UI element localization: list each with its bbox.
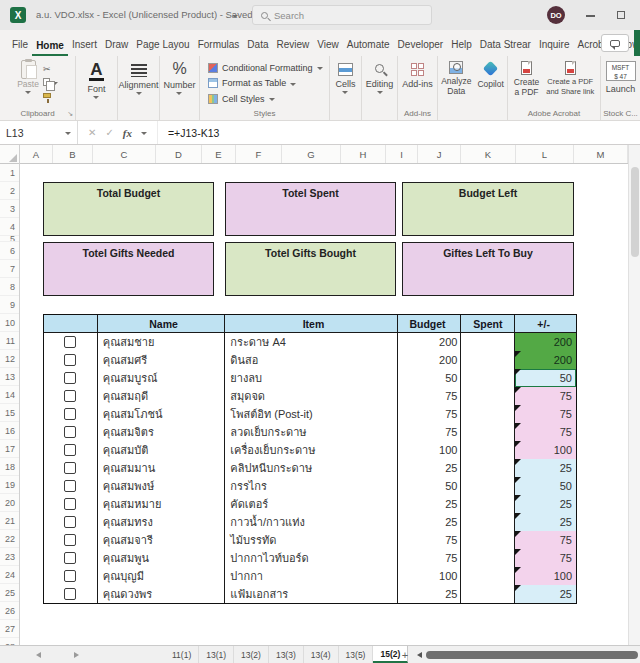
spent-cell[interactable] [461, 585, 515, 603]
select-all-corner[interactable] [0, 145, 20, 164]
column-header-K[interactable]: K [461, 145, 516, 163]
checkbox[interactable] [64, 552, 76, 564]
column-header-J[interactable]: J [418, 145, 461, 163]
menu-tab-automate[interactable]: Automate [343, 39, 394, 56]
column-header-M[interactable]: M [574, 145, 628, 163]
item-cell[interactable]: ยางลบ [225, 369, 397, 387]
summary-box-giftes-left-to-buy[interactable]: Giftes Left To Buy [402, 242, 574, 296]
name-cell[interactable]: คุณสมจารี [98, 531, 226, 549]
item-cell[interactable]: ลวดเย็บกระดาษ [225, 423, 397, 441]
summary-box-totel-spent[interactable]: Totel Spent [225, 182, 396, 236]
menu-tab-inquire[interactable]: Inquire [535, 39, 574, 56]
spent-cell[interactable] [461, 369, 515, 387]
item-cell[interactable]: เครื่องเย็บกระดาษ [225, 441, 397, 459]
column-header-C[interactable]: C [93, 145, 156, 163]
spent-cell[interactable] [461, 495, 515, 513]
name-box[interactable]: L13 [0, 121, 78, 144]
formula-input[interactable]: =+J13-K13 [158, 127, 219, 139]
checkbox[interactable] [64, 408, 76, 420]
name-cell[interactable]: คุณสมโภชน์ [98, 405, 226, 423]
cell-styles-button[interactable]: Cell Styles [208, 92, 323, 105]
spent-cell[interactable] [461, 351, 515, 369]
item-cell[interactable]: ไม้บรรทัด [225, 531, 397, 549]
search-input[interactable]: Search [252, 5, 432, 25]
name-cell[interactable]: คุณสมหมาย [98, 495, 226, 513]
budget-cell[interactable]: 75 [398, 405, 462, 423]
menu-tab-page-layou[interactable]: Page Layou [132, 39, 193, 56]
name-cell[interactable]: คุณดวงพร [98, 585, 226, 603]
item-cell[interactable]: ปากกา [225, 567, 397, 585]
checkbox[interactable] [64, 498, 76, 510]
checkbox[interactable] [64, 516, 76, 528]
table-header-+/-[interactable]: +/- [515, 315, 576, 333]
spent-cell[interactable] [461, 531, 515, 549]
clipboard-dialog-launcher[interactable]: ↘ [67, 108, 73, 119]
name-cell[interactable]: คุณสมมาน [98, 459, 226, 477]
column-header-G[interactable]: G [282, 145, 341, 163]
name-cell[interactable]: คุณสมฤดี [98, 387, 226, 405]
menu-tab-developer[interactable]: Developer [394, 39, 448, 56]
checkbox[interactable] [64, 372, 76, 384]
menu-tab-home[interactable]: Home [32, 40, 68, 57]
spent-cell[interactable] [461, 387, 515, 405]
avatar[interactable]: DO [547, 6, 565, 24]
checkbox[interactable] [64, 336, 76, 348]
column-header-B[interactable]: B [53, 145, 93, 163]
spent-cell[interactable] [461, 333, 515, 351]
diff-cell[interactable]: 25 [515, 513, 576, 531]
sheet-tab-134[interactable]: 13(4) [304, 646, 339, 663]
column-header-E[interactable]: E [202, 145, 236, 163]
budget-cell[interactable]: 75 [398, 531, 462, 549]
spent-cell[interactable] [461, 423, 515, 441]
diff-cell[interactable]: 75 [515, 549, 576, 567]
new-sheet-button[interactable]: + [398, 648, 412, 662]
table-header-Item[interactable]: Item [225, 315, 397, 333]
budget-cell[interactable]: 50 [398, 477, 462, 495]
copy-button[interactable] [43, 77, 58, 87]
spent-cell[interactable] [461, 441, 515, 459]
sheet-tab-135[interactable]: 13(5) [339, 646, 374, 663]
hscroll-left-arrow-icon[interactable] [417, 652, 422, 658]
summary-box-budget-left[interactable]: Budget Left [402, 182, 574, 236]
budget-cell[interactable]: 200 [398, 333, 462, 351]
spent-cell[interactable] [461, 567, 515, 585]
format-as-table-button[interactable]: Format as Table [208, 77, 323, 90]
spent-cell[interactable] [461, 477, 515, 495]
budget-cell[interactable]: 75 [398, 387, 462, 405]
item-cell[interactable]: ปากกาไวท์บอร์ด [225, 549, 397, 567]
budget-cell[interactable]: 100 [398, 567, 462, 585]
diff-cell[interactable]: 75 [515, 387, 576, 405]
checkbox[interactable] [64, 570, 76, 582]
table-header-checkbox[interactable] [44, 315, 98, 333]
column-header-L[interactable]: L [516, 145, 574, 163]
format-painter-button[interactable] [43, 90, 58, 100]
menu-tab-formulas[interactable]: Formulas [194, 39, 244, 56]
analyze-data-button[interactable]: AnalyzeData [441, 56, 471, 108]
sheet-tab-132[interactable]: 13(2) [234, 646, 269, 663]
column-header-A[interactable]: A [20, 145, 53, 163]
checkbox[interactable] [64, 354, 76, 366]
item-cell[interactable]: กระดาษ A4 [225, 333, 397, 351]
insert-function-button[interactable]: fx [123, 127, 132, 139]
font-button[interactable]: A Font [87, 56, 105, 108]
addins-button[interactable]: Add-ins [402, 56, 433, 108]
budget-cell[interactable]: 25 [398, 495, 462, 513]
name-cell[interactable]: คุณบุญมี [98, 567, 226, 585]
cancel-button[interactable]: ✕ [88, 127, 96, 138]
share-button-edge[interactable] [634, 30, 640, 56]
copilot-button[interactable]: Copilot [477, 56, 503, 108]
column-headers[interactable]: ABCDEFGHIJKLM [0, 145, 628, 164]
table-header-Budget[interactable]: Budget [398, 315, 462, 333]
spent-cell[interactable] [461, 513, 515, 531]
name-cell[interactable]: คุณสมชาย [98, 333, 226, 351]
conditional-formatting-button[interactable]: Conditional Formatting [208, 61, 323, 74]
item-cell[interactable]: แฟ้มเอกสาร [225, 585, 397, 603]
menu-tab-review[interactable]: Review [272, 39, 313, 56]
name-cell[interactable]: คุณสมบูรณ์ [98, 369, 226, 387]
diff-cell[interactable]: 100 [515, 567, 576, 585]
diff-cell[interactable]: 200 [515, 333, 576, 351]
spent-cell[interactable] [461, 459, 515, 477]
summary-box-totel-gifts-bought[interactable]: Totel Gifts Bought [225, 242, 396, 296]
budget-cell[interactable]: 25 [398, 459, 462, 477]
budget-cell[interactable]: 50 [398, 369, 462, 387]
